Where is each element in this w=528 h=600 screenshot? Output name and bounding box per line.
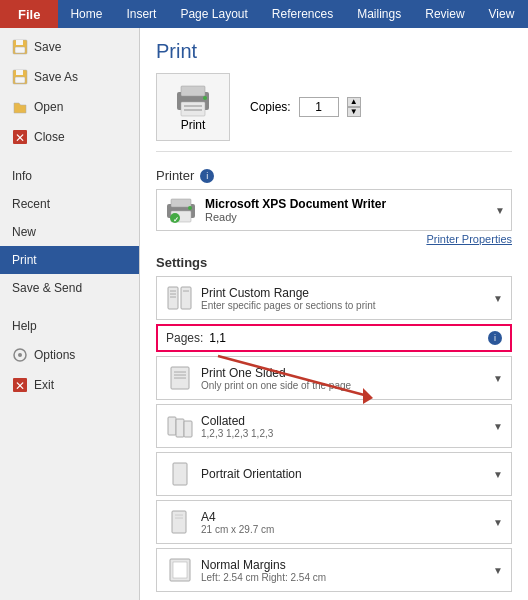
- svg-text:✓: ✓: [173, 216, 179, 223]
- printer-dropdown-arrow: ▼: [495, 205, 505, 216]
- sidebar-item-options[interactable]: Options: [0, 340, 139, 370]
- collated-text: Collated 1,2,3 1,2,3 1,2,3: [195, 414, 493, 439]
- open-icon: [12, 99, 28, 115]
- pages-label: Pages:: [166, 331, 203, 345]
- print-side-main: Print One Sided: [201, 366, 493, 380]
- collated-sub: 1,2,3 1,2,3 1,2,3: [201, 428, 493, 439]
- pages-input[interactable]: [209, 331, 488, 345]
- svg-point-21: [188, 206, 192, 210]
- svg-rect-37: [176, 419, 184, 437]
- tab-insert[interactable]: Insert: [114, 0, 168, 28]
- svg-point-9: [18, 353, 22, 357]
- print-range-main: Print Custom Range: [201, 286, 493, 300]
- copies-label: Copies:: [250, 100, 291, 114]
- printer-name: Microsoft XPS Document Writer: [205, 197, 386, 211]
- paper-size-icon: [165, 508, 195, 536]
- copies-container: Copies: ▲ ▼: [250, 97, 361, 117]
- print-range-icon: [165, 284, 195, 312]
- printer-properties-link[interactable]: Printer Properties: [156, 233, 512, 245]
- tab-home[interactable]: Home: [58, 0, 114, 28]
- svg-rect-24: [168, 287, 178, 309]
- sidebar-item-recent[interactable]: Recent: [0, 190, 139, 218]
- copies-input[interactable]: [299, 97, 339, 117]
- svg-rect-2: [15, 47, 25, 53]
- setting-print-side[interactable]: Print One Sided Only print on one side o…: [156, 356, 512, 400]
- collated-arrow: ▼: [493, 421, 503, 432]
- settings-label: Settings: [156, 255, 512, 270]
- save-label: Save: [34, 40, 61, 54]
- tab-page-layout[interactable]: Page Layout: [168, 0, 259, 28]
- save-as-label: Save As: [34, 70, 78, 84]
- printer-selector[interactable]: ✓ Microsoft XPS Document Writer Ready ▼: [156, 189, 512, 231]
- setting-paper-size[interactable]: A4 21 cm x 29.7 cm ▼: [156, 500, 512, 544]
- print-top-row: Print Copies: ▲ ▼: [156, 73, 512, 152]
- printer-info: ✓ Microsoft XPS Document Writer Ready: [165, 196, 503, 224]
- new-label: New: [12, 225, 36, 239]
- svg-rect-44: [173, 562, 187, 578]
- orientation-main: Portrait Orientation: [201, 467, 493, 481]
- pages-info-icon[interactable]: i: [488, 331, 502, 345]
- svg-rect-5: [15, 77, 25, 83]
- sidebar-item-exit[interactable]: ✕ Exit: [0, 370, 139, 400]
- sidebar-item-save-send[interactable]: Save & Send: [0, 274, 139, 302]
- print-side-text: Print One Sided Only print on one side o…: [195, 366, 493, 391]
- sidebar-item-print[interactable]: Print: [0, 246, 139, 274]
- svg-text:✕: ✕: [15, 379, 25, 393]
- margins-sub: Left: 2.54 cm Right: 2.54 cm: [201, 572, 493, 583]
- options-icon: [12, 347, 28, 363]
- print-content: Print Print Copies: ▲: [140, 28, 528, 600]
- copies-down-button[interactable]: ▼: [347, 107, 361, 117]
- pages-row: Pages: i: [156, 324, 512, 352]
- svg-rect-16: [184, 109, 202, 111]
- sidebar-item-new[interactable]: New: [0, 218, 139, 246]
- svg-rect-28: [181, 287, 191, 309]
- orientation-text: Portrait Orientation: [195, 467, 493, 481]
- print-side-arrow: ▼: [493, 373, 503, 384]
- sidebar-item-info[interactable]: Info: [0, 162, 139, 190]
- sidebar-item-open[interactable]: Open: [0, 92, 139, 122]
- paper-size-arrow: ▼: [493, 517, 503, 528]
- file-tab[interactable]: File: [0, 0, 58, 28]
- printer-status: Ready: [205, 211, 386, 223]
- copies-up-button[interactable]: ▲: [347, 97, 361, 107]
- copies-spinner: ▲ ▼: [347, 97, 361, 117]
- sidebar-item-save-as[interactable]: Save As: [0, 62, 139, 92]
- collated-icon: [165, 412, 195, 440]
- svg-rect-36: [168, 417, 176, 435]
- svg-rect-19: [171, 199, 191, 207]
- sidebar-item-save[interactable]: Save: [0, 32, 139, 62]
- svg-rect-13: [181, 86, 205, 96]
- setting-print-range[interactable]: Print Custom Range Enter specific pages …: [156, 276, 512, 320]
- open-label: Open: [34, 100, 63, 114]
- svg-rect-39: [173, 463, 187, 485]
- print-side-sub: Only print on one side of the page: [201, 380, 493, 391]
- save-icon: [12, 39, 28, 55]
- setting-collated[interactable]: Collated 1,2,3 1,2,3 1,2,3 ▼: [156, 404, 512, 448]
- collated-main: Collated: [201, 414, 493, 428]
- svg-text:✕: ✕: [15, 131, 25, 145]
- tab-references[interactable]: References: [260, 0, 345, 28]
- tab-review[interactable]: Review: [413, 0, 476, 28]
- print-button[interactable]: Print: [156, 73, 230, 141]
- save-send-label: Save & Send: [12, 281, 82, 295]
- orientation-icon: [165, 460, 195, 488]
- printer-info-icon[interactable]: i: [200, 169, 214, 183]
- tab-mailings[interactable]: Mailings: [345, 0, 413, 28]
- svg-rect-15: [184, 105, 202, 107]
- ribbon: File Home Insert Page Layout References …: [0, 0, 528, 28]
- sidebar-item-help[interactable]: Help: [0, 312, 139, 340]
- svg-rect-1: [16, 40, 23, 45]
- margins-text: Normal Margins Left: 2.54 cm Right: 2.54…: [195, 558, 493, 583]
- printer-device-icon: ✓: [165, 196, 197, 224]
- setting-margins[interactable]: Normal Margins Left: 2.54 cm Right: 2.54…: [156, 548, 512, 592]
- sidebar: Save Save As Open ✕ Close Info Recent: [0, 28, 140, 600]
- recent-label: Recent: [12, 197, 50, 211]
- svg-point-17: [203, 96, 207, 100]
- paper-size-main: A4: [201, 510, 493, 524]
- exit-label: Exit: [34, 378, 54, 392]
- print-side-icon: [165, 364, 195, 392]
- setting-orientation[interactable]: Portrait Orientation ▼: [156, 452, 512, 496]
- tab-view[interactable]: View: [477, 0, 527, 28]
- sidebar-item-close[interactable]: ✕ Close: [0, 122, 139, 152]
- printer-section-label: Printer i: [156, 168, 512, 183]
